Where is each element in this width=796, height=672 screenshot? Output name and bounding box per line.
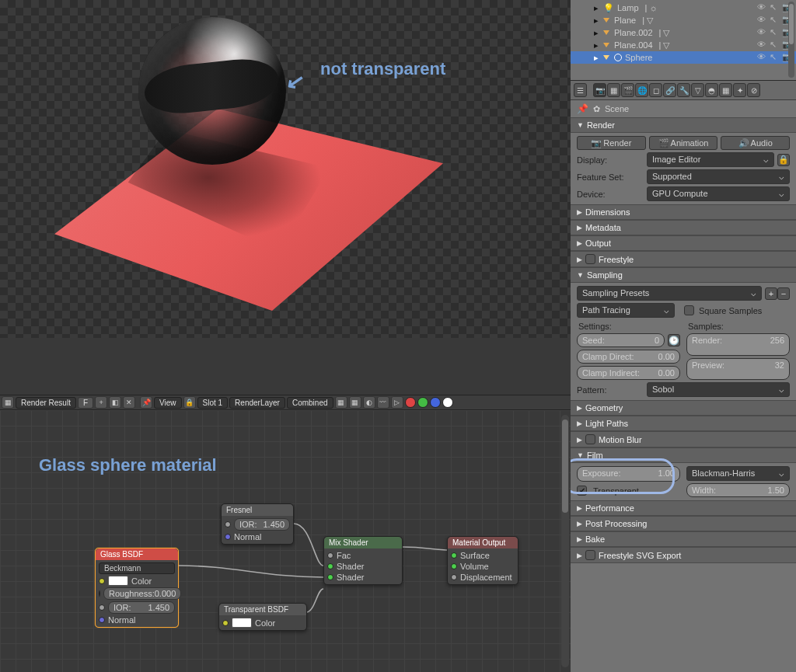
- a-channel-dot[interactable]: [442, 397, 453, 408]
- exposure-field[interactable]: Exposure:1.00: [577, 466, 680, 482]
- tab-world-icon[interactable]: 🌐: [635, 83, 648, 97]
- node-fresnel[interactable]: Fresnel Fac IOR:1.450 Normal: [221, 503, 294, 545]
- pin-icon[interactable]: 📌: [577, 103, 588, 114]
- cursor-icon[interactable]: ↖: [770, 40, 780, 50]
- editor-type-icon[interactable]: ▦: [2, 396, 14, 409]
- node-transparent-bsdf[interactable]: Transparent BSDF BSDF Color: [218, 603, 307, 631]
- node-mix-shader[interactable]: Mix Shader Shader Fac Shader Shader: [323, 536, 403, 585]
- node-glass-bsdf[interactable]: Glass BSDF BSDF Beckmann Color Roughness…: [95, 548, 179, 628]
- node-header[interactable]: Mix Shader: [324, 537, 402, 548]
- clamp-indirect-field[interactable]: Clamp Indirect:0.00: [577, 366, 680, 380]
- channel-icon-1[interactable]: ▦: [335, 396, 347, 409]
- distribution-select[interactable]: Beckmann: [99, 562, 175, 574]
- freestyle-checkbox[interactable]: [585, 254, 595, 264]
- section-header-geometry[interactable]: ▶Geometry: [571, 400, 796, 416]
- cursor-icon[interactable]: ↖: [770, 52, 780, 63]
- svg-export-checkbox[interactable]: [585, 550, 595, 560]
- outliner-row-plane002[interactable]: ▸Plane.002| ▽👁↖📷: [571, 26, 796, 39]
- eye-icon[interactable]: 👁: [757, 52, 768, 63]
- cursor-icon[interactable]: ↖: [770, 2, 780, 13]
- color-swatch[interactable]: [108, 576, 128, 586]
- lock-icon[interactable]: 🔒: [777, 154, 790, 166]
- section-header-dimensions[interactable]: ▶Dimensions: [571, 204, 796, 220]
- sampling-presets-select[interactable]: Sampling Presets⌵: [577, 286, 762, 301]
- renderlayer-select[interactable]: RenderLayer: [229, 397, 285, 409]
- outliner[interactable]: ▸💡Lamp| ☼👁↖📷 ▸Plane| ▽👁↖📷 ▸Plane.002| ▽👁…: [571, 0, 796, 81]
- cursor-icon[interactable]: ↖: [770, 15, 780, 26]
- tri-icon[interactable]: ▷: [391, 396, 403, 409]
- section-header-performance[interactable]: ▶Performance: [571, 500, 796, 516]
- bw-icon[interactable]: ◐: [363, 396, 375, 409]
- pixel-filter-select[interactable]: Blackman-Harris⌵: [686, 466, 790, 481]
- scrollbar-thumb[interactable]: [562, 420, 568, 513]
- lock-icon[interactable]: 🔒: [183, 396, 196, 409]
- preview-samples-field[interactable]: Preview:32: [686, 358, 790, 381]
- eye-icon[interactable]: 👁: [757, 27, 768, 38]
- render-samples-field[interactable]: Render:256: [686, 333, 790, 356]
- eye-icon[interactable]: 👁: [757, 40, 768, 50]
- pattern-select[interactable]: Sobol⌵: [647, 382, 790, 397]
- section-header-motionblur[interactable]: ▶Motion Blur: [571, 431, 796, 447]
- section-header-film[interactable]: ▼Film: [571, 447, 796, 463]
- outliner-scrollbar[interactable]: [788, 2, 794, 78]
- remove-preset-button[interactable]: −: [777, 287, 790, 300]
- animation-button[interactable]: 🎬Animation: [649, 136, 718, 150]
- tab-scene-icon[interactable]: 🎬: [621, 83, 634, 97]
- tab-object-icon[interactable]: ◻: [649, 83, 662, 97]
- socket-icon[interactable]: [451, 563, 457, 569]
- node-header[interactable]: Glass BSDF: [96, 548, 178, 560]
- tab-constraints-icon[interactable]: 🔗: [663, 83, 676, 97]
- eye-icon[interactable]: 👁: [757, 2, 768, 13]
- outliner-row-plane[interactable]: ▸Plane| ▽👁↖📷: [571, 14, 796, 26]
- section-header-lightpaths[interactable]: ▶Light Paths: [571, 416, 796, 431]
- add-preset-button[interactable]: +: [765, 287, 777, 300]
- ior-field[interactable]: IOR:1.450: [108, 601, 175, 614]
- tab-texture-icon[interactable]: ▦: [719, 83, 732, 97]
- section-header-sampling[interactable]: ▼Sampling: [571, 267, 796, 283]
- device-select[interactable]: GPU Compute⌵: [647, 186, 790, 201]
- motionblur-checkbox[interactable]: [585, 434, 595, 444]
- tab-data-icon[interactable]: ▽: [691, 83, 704, 97]
- tab-modifiers-icon[interactable]: 🔧: [677, 83, 690, 97]
- tab-icon[interactable]: ☰: [574, 83, 587, 97]
- node-header[interactable]: Fresnel: [222, 504, 293, 516]
- socket-color-icon[interactable]: [99, 578, 105, 584]
- pack-icon[interactable]: ◧: [109, 396, 121, 409]
- curves-icon[interactable]: 〰: [377, 396, 389, 409]
- section-header-render[interactable]: ▼Render: [571, 117, 796, 133]
- display-select[interactable]: Image Editor⌵: [647, 152, 774, 167]
- socket-color-icon[interactable]: [222, 620, 229, 626]
- socket-shader-icon[interactable]: [327, 563, 333, 569]
- socket-icon[interactable]: [451, 574, 457, 580]
- g-channel-dot[interactable]: [417, 397, 428, 408]
- node-header[interactable]: Material Output: [448, 537, 518, 548]
- render-button[interactable]: 📷Render: [577, 136, 646, 150]
- eye-icon[interactable]: 👁: [757, 15, 768, 26]
- channel-icon-2[interactable]: ▦: [349, 396, 361, 409]
- fake-user-button[interactable]: F: [78, 397, 93, 409]
- transparent-checkbox[interactable]: [577, 486, 587, 496]
- slot-select[interactable]: Slot 1: [197, 397, 229, 409]
- pin-icon[interactable]: 📌: [140, 396, 152, 409]
- integrator-select[interactable]: Path Tracing⌵: [577, 303, 675, 318]
- filter-width-field[interactable]: Width:1.50: [686, 483, 790, 497]
- plus-icon[interactable]: +: [95, 396, 107, 409]
- ior-field[interactable]: IOR:1.450: [234, 518, 290, 531]
- node-material-output[interactable]: Material Output Surface Volume Displacem…: [447, 536, 518, 585]
- tab-layers-icon[interactable]: ▦: [607, 83, 620, 97]
- audio-button[interactable]: 🔊Audio: [721, 136, 790, 150]
- image-select[interactable]: Render Result: [16, 397, 76, 409]
- outliner-row-sphere[interactable]: ▸Sphere👁↖📷: [571, 51, 796, 64]
- cursor-icon[interactable]: ↖: [770, 27, 780, 38]
- node-editor[interactable]: Glass sphere material Glass BSDF BSDF Be…: [0, 410, 571, 672]
- socket-normal-icon[interactable]: [99, 617, 105, 623]
- render-viewport[interactable]: ↙ not transparent: [0, 0, 571, 395]
- feature-set-select[interactable]: Supported⌵: [647, 169, 790, 184]
- socket-icon[interactable]: [99, 604, 105, 611]
- section-header-svg-export[interactable]: ▶Freestyle SVG Export: [571, 547, 796, 563]
- color-swatch[interactable]: [232, 618, 252, 628]
- scene-name[interactable]: Scene: [605, 104, 629, 113]
- tab-material-icon[interactable]: ◓: [705, 83, 718, 97]
- view-menu[interactable]: View: [154, 397, 182, 409]
- b-channel-dot[interactable]: [430, 397, 441, 408]
